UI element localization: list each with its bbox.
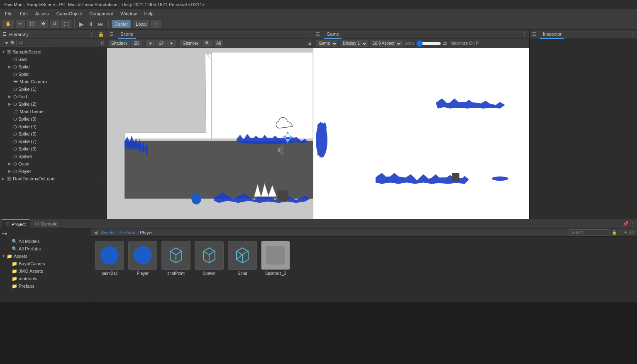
window-icon[interactable]: ⬚ <box>618 230 622 235</box>
asset-player[interactable]: Player <box>128 241 158 276</box>
asset-paintball[interactable]: paintBall <box>95 241 124 276</box>
menu-component[interactable]: Component <box>86 10 116 17</box>
scene-extra-icon[interactable]: ⊡ <box>308 41 311 46</box>
star-icon[interactable]: ★ <box>624 230 627 235</box>
game-svg <box>313 48 529 219</box>
asset-splatters2[interactable]: Splatters_2 <box>261 241 290 276</box>
menu-help[interactable]: Help <box>141 10 157 17</box>
hierarchy-search[interactable] <box>16 40 49 46</box>
local-button[interactable]: Local <box>133 20 149 28</box>
hierarchy-lock-icon[interactable]: 🔒 <box>98 32 104 37</box>
audio-btn[interactable]: 🔊 <box>156 40 166 47</box>
effects-btn[interactable]: ✦ <box>167 40 176 47</box>
console-tab-icon: ⬡ <box>35 221 39 226</box>
all-prefabs-item[interactable]: ▶ 🔍 All Prefabs <box>0 245 90 252</box>
hierarchy-add-btn[interactable]: +▾ <box>2 40 9 46</box>
materials-folder[interactable]: ▶ 📁 materials <box>0 275 90 282</box>
tool-move[interactable]: ↩ <box>16 20 25 28</box>
hier-item-quad[interactable]: ▶ ⬡ Quad <box>0 160 107 167</box>
hierarchy-toolbar: +▾ 🔍 ⊡ <box>0 39 107 47</box>
settings-icon[interactable]: ⋮ <box>630 221 635 227</box>
splat-thumb <box>228 241 257 270</box>
hier-item-spike1[interactable]: ▶ ⬡ Spike (1) <box>0 85 107 93</box>
tool-rect[interactable]: ↺ <box>50 20 59 28</box>
more-icon[interactable]: ⋮ <box>101 177 105 181</box>
game-tab-label[interactable]: Game <box>324 30 342 39</box>
obj-icon: ⬡ <box>13 154 17 159</box>
play-button[interactable]: ▶ <box>78 20 85 28</box>
prefabs-folder[interactable]: ▶ 📁 Prefabs <box>0 282 90 290</box>
lock-icon[interactable]: 🔒 <box>612 230 617 235</box>
tab-console[interactable]: ⬡ Console <box>31 219 61 228</box>
tool-hand[interactable]: ✋ <box>2 20 14 28</box>
obj-icon: ⬡ <box>13 162 17 166</box>
hier-item-spike4[interactable]: ▶ ⬡ Spike (4) <box>0 123 107 130</box>
tool-rotate[interactable]: ⬚ <box>27 20 37 28</box>
scale-slider[interactable] <box>416 41 441 46</box>
add-btn[interactable]: +▾ <box>2 231 7 237</box>
hier-item-spike2[interactable]: ▶ ⬡ Spike (2) <box>0 100 107 108</box>
pause-button[interactable]: ⏸ <box>86 20 95 28</box>
center-button[interactable]: Center <box>112 20 131 28</box>
shading-mode-btn[interactable]: Shaded▾ <box>109 40 130 47</box>
scene-options-icon[interactable]: ⋮ <box>306 32 310 37</box>
splatters2-icon <box>266 246 285 265</box>
menu-file[interactable]: File <box>2 10 16 17</box>
menu-window[interactable]: Window <box>117 10 140 17</box>
hier-item-player[interactable]: ▶ ⬡ Player <box>0 167 107 175</box>
hierarchy-list: ▼ 🎬 SampleScene ⋮ ▶ ⬡ Saw ▶ ⬡ Spike ▶ ⬡ … <box>0 47 107 219</box>
asset-spawn[interactable]: Spawn <box>194 241 224 276</box>
insp-options-icon[interactable]: ⋮ <box>630 32 635 37</box>
svg-rect-5 <box>211 52 313 139</box>
nav-back-icon[interactable]: ◀ <box>94 230 98 235</box>
hier-item-spike7[interactable]: ▶ ⬡ Spike (7) <box>0 138 107 145</box>
hierarchy-expand-icon[interactable]: ⊡ <box>100 41 105 45</box>
step-button[interactable]: ⏭ <box>96 20 105 28</box>
hier-item-spike3[interactable]: ▶ ⬡ Spike (3) <box>0 115 107 123</box>
2d-btn[interactable]: 2D <box>131 40 142 47</box>
bayatgames-folder[interactable]: ▶ 📁 BayatGames <box>0 260 90 267</box>
pin-icon[interactable]: 📌 <box>622 221 629 227</box>
gizmos-btn[interactable]: Gizmos▾ <box>180 40 201 47</box>
hier-item-spawn[interactable]: ▶ ⬡ Spawn <box>0 153 107 160</box>
hier-item-dontdestroy[interactable]: ▶ 🎬 DontDestroyOnLoad ⋮ <box>0 175 107 182</box>
jmo-assets-folder[interactable]: ▶ 📁 JMO Assets <box>0 267 90 275</box>
hierarchy-options-icon[interactable]: ⋮ <box>89 32 94 37</box>
menu-assets[interactable]: Assets <box>32 10 52 17</box>
hier-item-samplescene[interactable]: ▼ 🎬 SampleScene ⋮ <box>0 48 107 56</box>
asset-shotpoint[interactable]: shotPoint <box>161 241 191 276</box>
menu-edit[interactable]: Edit <box>17 10 31 17</box>
hier-item-splat[interactable]: ▶ ⬡ Splat <box>0 70 107 78</box>
scene-tab-label[interactable]: Scene <box>118 30 136 39</box>
asset-search-input[interactable] <box>569 229 610 236</box>
display-num-select[interactable]: Display 1 <box>340 40 368 47</box>
scale-label: Scale <box>404 41 415 46</box>
scene-all-btn[interactable]: All <box>214 40 223 47</box>
scene-sep-1 <box>144 40 144 47</box>
hier-item-spike[interactable]: ▶ ⬡ Spike <box>0 63 107 70</box>
hier-item-maincamera[interactable]: ▶ 📷 Main Camera <box>0 78 107 85</box>
tool-transform[interactable]: ⛶ <box>61 20 71 28</box>
more-icon[interactable]: ⋮ <box>101 50 105 54</box>
pivot-button[interactable]: ⊹ <box>151 20 161 28</box>
hier-item-maintheme[interactable]: ▶ 🎵 MainTheme <box>0 108 107 115</box>
hier-item-grid[interactable]: ▶ ⬡ Grid <box>0 93 107 100</box>
arrow-icon: ▶ <box>8 169 12 173</box>
assets-folder[interactable]: ▼ 📁 Assets <box>0 252 90 260</box>
hier-item-spike6[interactable]: ▶ ⬡ Spike (6) <box>0 145 107 153</box>
scene-search-btn[interactable]: 🔍 <box>203 40 212 47</box>
aspect-select[interactable]: 16:9 Aspect <box>370 40 403 47</box>
all-models-item[interactable]: ▶ 🔍 All Models <box>0 238 90 245</box>
game-options-icon[interactable]: ⋮ <box>522 32 527 37</box>
menu-gameobject[interactable]: GameObject <box>53 10 85 17</box>
scene-view[interactable] <box>107 48 313 219</box>
light-btn[interactable]: ☀ <box>146 40 155 47</box>
game-view[interactable] <box>313 48 529 219</box>
hier-item-spike5[interactable]: ▶ ⬡ Spike (5) <box>0 130 107 138</box>
asset-splat[interactable]: Splat <box>227 241 257 276</box>
tool-scale[interactable]: ✥ <box>39 20 48 28</box>
hier-item-saw[interactable]: ▶ ⬡ Saw <box>0 56 107 63</box>
tab-project[interactable]: ⬚ Project <box>2 219 30 228</box>
inspector-tab-label[interactable]: Inspector <box>540 30 564 39</box>
game-display-select[interactable]: Game <box>316 40 338 47</box>
